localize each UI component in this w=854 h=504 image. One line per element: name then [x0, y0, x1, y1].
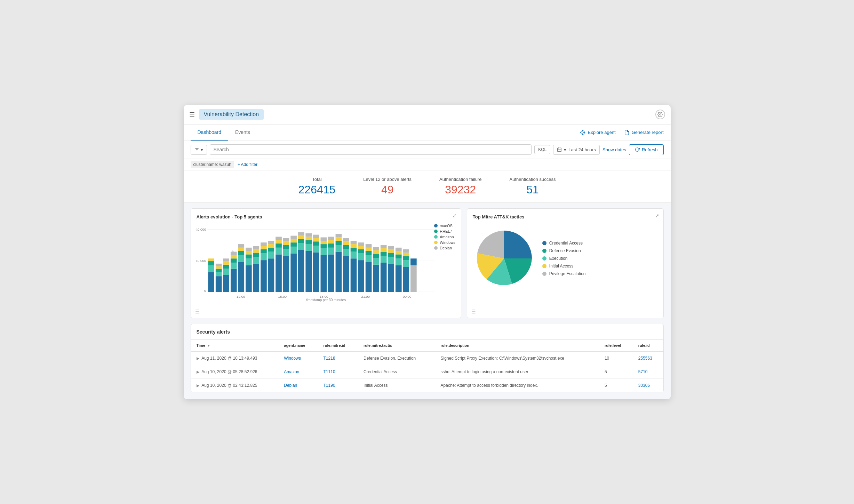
- col-level[interactable]: rule.level: [599, 340, 633, 351]
- pie-chart-table-icon[interactable]: ☰: [471, 309, 476, 314]
- svg-rect-79: [298, 239, 304, 243]
- rule-id-link-1[interactable]: 255563: [638, 356, 652, 361]
- stat-auth-success-label: Authentication success: [510, 177, 556, 182]
- svg-rect-139: [388, 253, 394, 257]
- show-dates-button[interactable]: Show dates: [602, 147, 626, 152]
- explore-agent-button[interactable]: Explore agent: [580, 130, 615, 135]
- agent-link-3[interactable]: Debian: [284, 383, 297, 388]
- svg-rect-88: [313, 245, 319, 252]
- bar-chart-card: Alerts evolution - Top 5 agents ⤢ 20,000…: [191, 208, 461, 318]
- svg-rect-107: [343, 256, 349, 292]
- col-rule-id[interactable]: rule.id: [633, 340, 663, 351]
- svg-text:00:00: 00:00: [403, 294, 412, 298]
- svg-rect-51: [253, 246, 259, 249]
- date-filter-label: Last 24 hours: [568, 147, 596, 152]
- svg-rect-127: [373, 264, 379, 291]
- mitre-id-link-3[interactable]: T1190: [324, 383, 335, 388]
- col-agent[interactable]: agent.name: [278, 340, 318, 351]
- svg-rect-147: [403, 267, 409, 291]
- cell-description-2: sshd: Attempt to login using a non-exist…: [435, 365, 599, 378]
- refresh-button[interactable]: Refresh: [629, 144, 664, 155]
- svg-rect-102: [335, 251, 342, 292]
- pie-chart-expand-icon[interactable]: ⤢: [655, 213, 659, 218]
- svg-rect-78: [298, 243, 304, 250]
- date-filter[interactable]: ▾ Last 24 hours: [553, 145, 600, 155]
- svg-rect-118: [358, 253, 364, 260]
- legend-macos: macOS: [434, 224, 455, 228]
- pie-chart-svg: [473, 227, 535, 290]
- svg-rect-31: [223, 258, 229, 261]
- svg-rect-65: [276, 240, 282, 243]
- legend-rhel7: RHEL7: [434, 229, 455, 233]
- generate-report-label: Generate report: [632, 130, 664, 135]
- svg-rect-60: [268, 244, 274, 248]
- svg-rect-28: [223, 269, 229, 275]
- tab-events[interactable]: Events: [228, 125, 257, 141]
- col-time[interactable]: Time ▼: [191, 340, 279, 351]
- svg-rect-99: [328, 243, 334, 248]
- svg-rect-58: [268, 251, 274, 258]
- cell-level-2: 5: [599, 365, 633, 378]
- kql-badge[interactable]: KQL: [534, 145, 550, 154]
- svg-rect-82: [305, 251, 312, 292]
- mitre-id-link-2[interactable]: T1110: [324, 369, 335, 374]
- bar-chart-table-icon[interactable]: ☰: [195, 309, 200, 314]
- active-filter[interactable]: cluster.name: wazuh: [191, 161, 234, 168]
- add-filter-button[interactable]: + Add filter: [238, 162, 257, 167]
- bar-chart-legend: macOS RHEL7 Amazon Windows: [434, 224, 455, 250]
- svg-text:18:00: 18:00: [320, 294, 328, 298]
- generate-report-button[interactable]: Generate report: [624, 130, 664, 135]
- svg-rect-114: [350, 247, 357, 251]
- agent-link-1[interactable]: Windows: [284, 356, 301, 361]
- sort-icon-time: ▼: [207, 344, 210, 347]
- row-expand-1[interactable]: ▶: [197, 356, 199, 360]
- svg-rect-24: [215, 269, 222, 272]
- legend-debian: Debian: [434, 246, 455, 250]
- row-expand-2[interactable]: ▶: [197, 370, 199, 374]
- svg-rect-53: [261, 253, 267, 260]
- cell-description-3: Apache: Attempt to access forbidden dire…: [435, 378, 599, 392]
- stat-total: Total 226415: [298, 177, 336, 196]
- svg-rect-111: [343, 238, 349, 241]
- svg-text:0: 0: [204, 289, 206, 293]
- refresh-label: Refresh: [642, 147, 658, 152]
- search-wrapper: [210, 144, 532, 155]
- col-description[interactable]: rule.description: [435, 340, 599, 351]
- filter-button[interactable]: ▾: [191, 145, 207, 155]
- col-mitre-tactic[interactable]: rule.mitre.tactic: [358, 340, 435, 351]
- svg-rect-113: [350, 251, 357, 258]
- search-input[interactable]: [214, 145, 528, 154]
- svg-point-2: [582, 132, 583, 133]
- tab-dashboard[interactable]: Dashboard: [191, 125, 229, 141]
- rule-id-link-3[interactable]: 30306: [638, 383, 650, 388]
- pie-legend-credential: Credential Access: [542, 241, 586, 246]
- settings-icon[interactable]: [655, 110, 665, 119]
- svg-rect-90: [313, 238, 319, 241]
- cell-level-1: 10: [599, 351, 633, 365]
- cell-mitre-tactic-3: Initial Access: [358, 378, 435, 392]
- svg-rect-153: [410, 258, 417, 265]
- table-row: ▶ Aug 10, 2020 @ 02:43:12.825 Debian T11…: [191, 378, 663, 392]
- svg-rect-29: [223, 264, 229, 269]
- svg-rect-128: [373, 258, 379, 265]
- cell-description-1: Signed Script Proxy Execution: C:\Window…: [435, 351, 599, 365]
- stat-level12-value: 49: [363, 183, 412, 196]
- agent-link-2[interactable]: Amazon: [284, 369, 299, 374]
- svg-rect-18: [208, 272, 214, 292]
- legend-amazon: Amazon: [434, 235, 455, 239]
- cell-agent-2: Amazon: [278, 365, 318, 378]
- table-section: Security alerts Time ▼ agent.name rule.m…: [184, 324, 671, 399]
- bar-chart-expand-icon[interactable]: ⤢: [453, 213, 457, 218]
- bar-chart-svg: 20,000 10,000 0 Count: [197, 224, 455, 300]
- svg-rect-44: [246, 254, 252, 258]
- rule-id-link-2[interactable]: 5710: [638, 369, 648, 374]
- svg-rect-116: [350, 241, 357, 244]
- row-expand-3[interactable]: ▶: [197, 383, 199, 387]
- menu-icon[interactable]: ☰: [189, 111, 195, 118]
- col-mitre-id[interactable]: rule.mitre.id: [318, 340, 358, 351]
- svg-rect-43: [246, 258, 252, 265]
- svg-rect-146: [395, 247, 401, 251]
- mitre-id-link-1[interactable]: T1218: [324, 356, 335, 361]
- stat-auth-success: Authentication success 51: [510, 177, 556, 196]
- svg-rect-93: [320, 248, 327, 255]
